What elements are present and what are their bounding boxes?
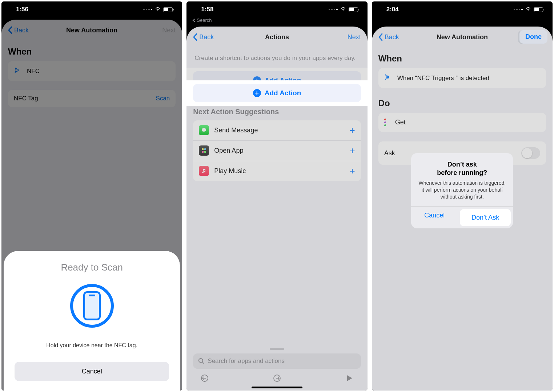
svg-rect-2 <box>204 148 206 150</box>
battery-icon <box>349 7 358 12</box>
back-button[interactable]: Back <box>8 26 29 34</box>
battery-icon <box>163 7 173 12</box>
search-placeholder: Search for apps and actions <box>208 357 285 365</box>
back-label: Back <box>199 33 214 41</box>
suggestion-label: Send Message <box>214 127 258 134</box>
cellular-icon <box>143 9 152 10</box>
svg-point-0 <box>202 128 206 132</box>
suggestions-list: Send Message + Open App + Play Music + <box>193 120 361 181</box>
status-indicators <box>143 6 173 13</box>
scan-hint: Hold your device near the NFC tag. <box>15 342 169 349</box>
screen-content: Back New Automation Done When When “NFC … <box>372 27 553 391</box>
messages-app-icon <box>199 125 209 135</box>
do-action-cell[interactable]: Get <box>378 113 546 132</box>
phone-2-actions: 1:58 Search Back Actions Next Create a s… <box>186 1 367 391</box>
wifi-icon <box>525 6 531 13</box>
svg-point-5 <box>199 359 203 363</box>
screen-content: Back Actions Next Create a shortcut to a… <box>186 27 367 391</box>
back-label: Back <box>385 33 399 41</box>
screen-content: Back New Automation Next When NFC NFC Ta… <box>1 20 182 391</box>
done-button-highlight: Done <box>519 30 547 44</box>
alert-cancel-button[interactable]: Cancel <box>411 207 458 228</box>
status-bar: 1:58 <box>186 1 367 17</box>
shortcut-color-icon <box>384 119 390 126</box>
status-time: 2:04 <box>386 6 399 13</box>
suggestions-heading: Next Action Suggestions <box>193 108 361 116</box>
add-suggestion-icon[interactable]: + <box>349 145 355 156</box>
suggestion-label: Play Music <box>214 167 246 175</box>
cellular-icon <box>329 9 338 10</box>
do-heading: Do <box>378 98 546 108</box>
when-heading: When <box>378 53 546 64</box>
add-action-highlight: + Add Action <box>186 80 367 106</box>
suggestion-row[interactable]: Play Music + <box>193 161 361 181</box>
bottom-panel: Search for apps and actions <box>186 344 367 391</box>
svg-rect-4 <box>204 151 206 153</box>
nfc-label: NFC <box>27 68 40 75</box>
home-indicator[interactable] <box>252 387 302 388</box>
alert-title: Don’t ask before running? <box>418 160 506 177</box>
nfc-trigger-cell[interactable]: NFC <box>8 61 176 81</box>
battery-icon <box>534 7 543 12</box>
status-bar: 2:04 <box>372 1 553 17</box>
back-label: Back <box>14 27 29 34</box>
phone-outline-icon <box>83 291 101 320</box>
music-app-icon <box>199 166 209 176</box>
add-action-button[interactable]: + Add Action <box>193 84 361 102</box>
suggestion-row[interactable]: Open App + <box>193 141 361 161</box>
cellular-icon <box>514 9 523 10</box>
nav-bar: Back New Automation Next <box>1 20 182 41</box>
scan-sheet: Ready to Scan Hold your device near the … <box>4 251 180 391</box>
status-time: 1:58 <box>201 6 213 13</box>
phone-1-new-automation: 1:56 Back New Automation Next When NFC N… <box>1 1 182 391</box>
svg-rect-3 <box>202 151 204 153</box>
add-suggestion-icon[interactable]: + <box>349 125 355 136</box>
add-action-label: Add Action <box>265 89 301 97</box>
back-button[interactable]: Back <box>193 33 214 41</box>
next-button[interactable]: Next <box>348 33 361 41</box>
intro-hint: Create a shortcut to actions you do in y… <box>193 48 361 68</box>
breadcrumb-label: Search <box>197 17 212 23</box>
when-heading: When <box>8 47 176 57</box>
undo-icon[interactable] <box>200 374 209 384</box>
alert-dont-ask-button[interactable]: Don’t Ask <box>460 209 511 226</box>
nfc-icon <box>384 73 392 83</box>
scan-nfc-icon <box>70 284 114 328</box>
status-bar: 1:56 <box>1 1 182 17</box>
nav-bar: Back Actions Next <box>186 27 367 48</box>
ask-label: Ask <box>384 149 395 157</box>
search-icon <box>198 358 205 364</box>
done-button[interactable]: Done <box>519 30 547 44</box>
suggestion-row[interactable]: Send Message + <box>193 120 361 141</box>
wifi-icon <box>340 6 346 13</box>
nfc-tag-label: NFC Tag <box>14 95 38 102</box>
status-time: 1:56 <box>16 6 28 13</box>
suggestion-label: Open App <box>214 147 243 155</box>
search-input[interactable]: Search for apps and actions <box>193 353 361 369</box>
bottom-toolbar <box>193 369 361 384</box>
scan-cancel-button[interactable]: Cancel <box>15 362 169 381</box>
breadcrumb-back-search[interactable]: Search <box>186 17 367 24</box>
svg-rect-1 <box>202 148 204 150</box>
status-indicators <box>514 6 543 13</box>
nfc-icon <box>14 66 22 76</box>
play-icon[interactable] <box>345 374 354 384</box>
when-summary-cell[interactable]: When “NFC Triggers ” is detected <box>378 68 546 88</box>
confirm-alert: Don’t ask before running? Whenever this … <box>411 153 513 228</box>
next-button[interactable]: Next <box>162 27 176 34</box>
plus-circle-icon: + <box>253 89 261 97</box>
phone-3-confirm: 2:04 Search Back New Automation Done Whe… <box>372 1 553 391</box>
status-indicators <box>329 6 358 13</box>
when-summary-text: When “NFC Triggers ” is detected <box>397 75 489 82</box>
ask-toggle[interactable] <box>521 147 540 159</box>
add-suggestion-icon[interactable]: + <box>349 165 355 177</box>
alert-message: Whenever this automation is triggered, i… <box>418 180 506 200</box>
sheet-grabber[interactable] <box>270 348 284 350</box>
redo-icon[interactable] <box>273 374 281 384</box>
back-button[interactable]: Back <box>378 33 399 41</box>
do-action-label: Get <box>395 119 406 126</box>
open-app-icon <box>199 145 209 156</box>
wifi-icon <box>154 6 161 13</box>
scan-link[interactable]: Scan <box>156 95 170 102</box>
nfc-tag-cell[interactable]: NFC Tag Scan <box>8 90 176 107</box>
